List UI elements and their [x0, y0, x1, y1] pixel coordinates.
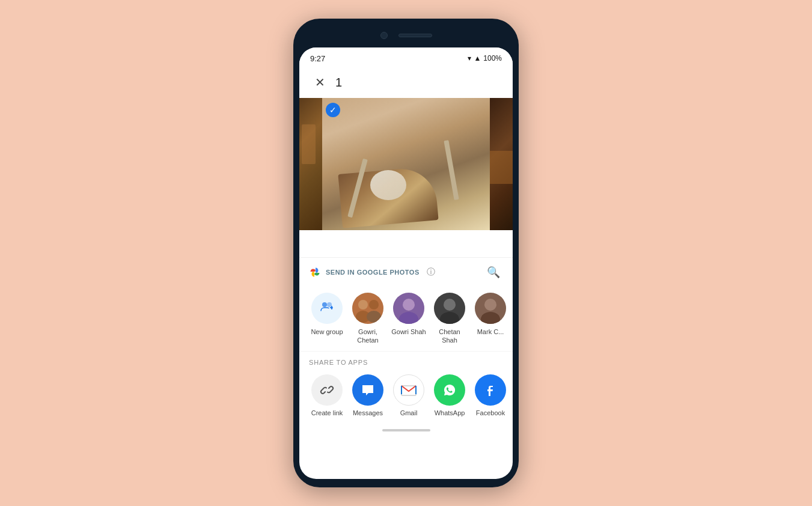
svg-point-14 — [484, 299, 496, 311]
top-bar: ✕ 1 — [299, 67, 513, 98]
contact-gowri-shah-avatar — [393, 293, 424, 324]
app-whatsapp[interactable]: WhatsApp — [430, 374, 469, 416]
front-camera — [380, 32, 388, 39]
photo-left-partial[interactable] — [299, 98, 322, 230]
contacts-row: New group Gowri, Chetan — [299, 287, 513, 351]
app-messages-label: Messages — [353, 409, 383, 416]
home-bar — [299, 422, 513, 438]
help-icon[interactable]: ⓘ — [427, 267, 435, 278]
status-time: 9:27 — [310, 54, 325, 63]
status-bar: 9:27 ▾ ▲ 100% — [299, 47, 513, 67]
spacer — [299, 230, 513, 257]
svg-point-11 — [444, 299, 456, 311]
close-icon: ✕ — [315, 75, 325, 90]
svg-point-8 — [403, 299, 415, 311]
app-gmail[interactable]: Gmail — [389, 374, 428, 416]
contact-chetan-shah[interactable]: Chetan Shah — [430, 293, 469, 345]
facebook-icon — [475, 374, 506, 406]
fork-decoration-1 — [347, 159, 368, 218]
new-group-avatar — [311, 293, 343, 324]
contact-gowri-chetan-avatar — [352, 293, 383, 324]
share-section-label: SHARE TO APPS — [299, 351, 513, 370]
fork-decoration-2 — [444, 140, 459, 200]
share-to-apps-label: SHARE TO APPS — [309, 359, 368, 366]
contact-chetan-shah-avatar — [434, 293, 465, 324]
contact-gowri-chetan-label: Gowri, Chetan — [349, 328, 387, 345]
create-link-icon — [311, 374, 343, 406]
send-in-google-photos-label: SEND IN GOOGLE PHOTOS — [326, 269, 420, 276]
svg-point-4 — [369, 300, 379, 309]
app-create-link-label: Create link — [311, 409, 343, 416]
gmail-icon — [393, 374, 424, 406]
google-photos-left: SEND IN GOOGLE PHOTOS ⓘ — [309, 266, 435, 278]
contact-mark-c[interactable]: Mark C... — [471, 293, 510, 336]
app-facebook[interactable]: Facebook — [471, 374, 510, 416]
new-group-icon — [319, 299, 335, 318]
app-gmail-label: Gmail — [400, 409, 418, 416]
status-icons: ▾ ▲ 100% — [468, 54, 502, 62]
photo-right-partial[interactable] — [490, 98, 513, 230]
google-photos-logo-icon — [309, 266, 321, 278]
contact-new-group[interactable]: New group — [308, 293, 346, 336]
phone-notch — [299, 27, 513, 44]
app-messages[interactable]: Messages — [349, 374, 387, 416]
svg-point-1 — [327, 302, 332, 307]
google-photos-bar: SEND IN GOOGLE PHOTOS ⓘ 🔍 — [299, 257, 513, 287]
close-button[interactable]: ✕ — [309, 72, 331, 93]
svg-point-3 — [358, 300, 368, 309]
wifi-icon: ▾ — [468, 54, 471, 62]
photo-strip: ✓ — [299, 98, 513, 230]
messages-icon — [352, 374, 383, 406]
contact-gowri-chetan[interactable]: Gowri, Chetan — [349, 293, 387, 345]
whatsapp-icon — [434, 374, 465, 406]
photo-main-selected[interactable]: ✓ — [322, 98, 490, 230]
contact-mark-c-avatar — [475, 293, 506, 324]
earpiece — [398, 34, 432, 37]
selection-checkmark: ✓ — [326, 103, 340, 117]
search-button[interactable]: 🔍 — [484, 263, 503, 282]
selection-count: 1 — [335, 76, 342, 90]
svg-point-6 — [367, 311, 381, 323]
signal-icon: ▲ — [474, 54, 481, 62]
check-icon: ✓ — [329, 106, 337, 114]
battery-indicator: 100% — [483, 54, 502, 62]
phone-device: 9:27 ▾ ▲ 100% ✕ 1 — [293, 19, 519, 487]
app-whatsapp-label: WhatsApp — [435, 409, 465, 416]
contact-mark-c-label: Mark C... — [477, 328, 504, 336]
contact-gowri-shah-label: Gowri Shah — [391, 328, 426, 336]
photo-area: ✓ — [299, 98, 513, 230]
contact-new-group-label: New group — [311, 328, 343, 336]
contact-chetan-shah-label: Chetan Shah — [430, 328, 469, 345]
app-facebook-label: Facebook — [476, 409, 505, 416]
svg-point-0 — [322, 302, 327, 307]
home-bar-line — [382, 429, 430, 431]
phone-screen: 9:27 ▾ ▲ 100% ✕ 1 — [299, 47, 513, 479]
app-create-link[interactable]: Create link — [308, 374, 346, 416]
apps-row: Create link Messages — [299, 370, 513, 422]
contact-gowri-shah[interactable]: Gowri Shah — [389, 293, 428, 336]
search-icon: 🔍 — [487, 266, 500, 279]
